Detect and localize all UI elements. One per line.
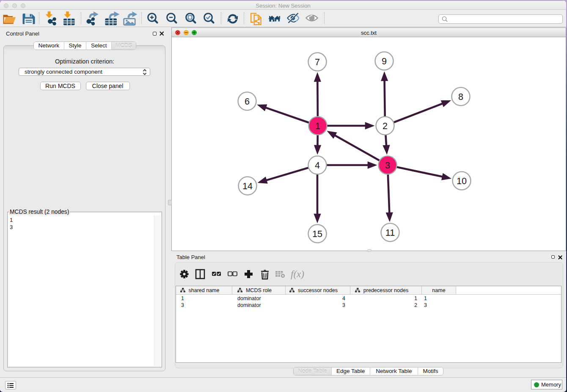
svg-text:15: 15 — [312, 229, 322, 239]
svg-text:8: 8 — [458, 92, 463, 102]
svg-text:f(x): f(x) — [291, 269, 304, 279]
svg-text:14: 14 — [242, 181, 253, 191]
svg-text:3: 3 — [385, 160, 390, 171]
svg-text:11: 11 — [385, 228, 395, 238]
svg-text:6: 6 — [245, 97, 250, 107]
svg-text:10: 10 — [457, 176, 467, 186]
svg-text:7: 7 — [315, 57, 320, 67]
svg-text:4: 4 — [315, 160, 320, 171]
svg-text:1: 1 — [315, 121, 320, 131]
svg-text:9: 9 — [382, 56, 387, 66]
svg-text:2: 2 — [383, 121, 388, 131]
